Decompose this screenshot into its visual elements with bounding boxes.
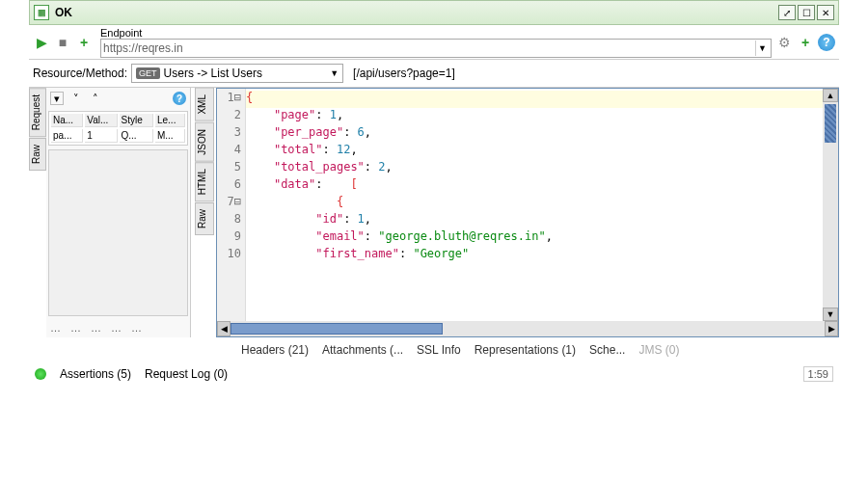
- stop-button[interactable]: ■: [54, 34, 71, 51]
- tab-raw-response[interactable]: Raw: [195, 202, 214, 235]
- window-title: OK: [55, 6, 72, 19]
- params-empty-area: [48, 149, 188, 316]
- response-vtabs: XML JSON HTML Raw: [195, 88, 214, 337]
- dots-1[interactable]: …: [50, 322, 61, 334]
- status-position-text: 1:59: [808, 368, 828, 380]
- dots-5[interactable]: …: [131, 322, 142, 334]
- params-col-level[interactable]: Le...: [155, 114, 185, 127]
- titlebar: ▦ OK ⤢ ☐ ✕: [29, 0, 839, 25]
- horizontal-scrollbar[interactable]: ◀ ▶: [217, 321, 838, 336]
- table-row[interactable]: pa... 1 Q... M...: [51, 129, 185, 143]
- tab-schema[interactable]: Sche...: [589, 343, 625, 357]
- tab-headers[interactable]: Headers (21): [241, 343, 309, 357]
- request-vtabs: Request Raw: [29, 88, 46, 337]
- tab-json[interactable]: JSON: [195, 122, 214, 162]
- close-icon[interactable]: ✕: [817, 5, 834, 20]
- params-select-icon[interactable]: ▾: [50, 92, 64, 105]
- param-style-cell[interactable]: Q...: [120, 129, 153, 143]
- add-resource-icon[interactable]: +: [797, 34, 814, 51]
- resource-label: Resource/Method:: [33, 67, 127, 80]
- params-col-style[interactable]: Style: [120, 114, 153, 127]
- chevron-down-icon: ▼: [330, 68, 339, 78]
- params-up-icon[interactable]: ˄: [89, 92, 102, 105]
- tab-xml[interactable]: XML: [195, 88, 214, 121]
- line-gutter: 1⊟234567⊟8910: [217, 89, 246, 321]
- tab-raw-request[interactable]: Raw: [29, 138, 46, 171]
- method-badge: GET: [136, 67, 160, 79]
- add-button[interactable]: +: [75, 34, 93, 51]
- params-toolbar: ▾ ˅ ˄ ?: [46, 88, 190, 109]
- main-toolbar: ▶ ■ + Endpoint ▼ ⚙ + ?: [29, 25, 839, 60]
- scroll-left-icon[interactable]: ◀: [217, 321, 231, 336]
- param-value-cell[interactable]: 1: [85, 129, 117, 143]
- resource-row: Resource/Method: GET Users -> List Users…: [29, 60, 839, 87]
- params-down-icon[interactable]: ˅: [69, 92, 83, 105]
- resource-path: [/api/users?page=1]: [353, 67, 455, 80]
- params-help-icon[interactable]: ?: [173, 92, 186, 105]
- footer-bar: Assertions (5) Request Log (0) 1:59: [29, 359, 839, 389]
- scroll-right-icon[interactable]: ▶: [825, 321, 838, 336]
- endpoint-input-wrap[interactable]: ▼: [100, 39, 772, 58]
- status-position: 1:59: [803, 366, 833, 382]
- response-code-area[interactable]: 1⊟234567⊟8910 { "page": 1, "per_page": 6…: [217, 89, 838, 321]
- scroll-thumb-h[interactable]: [231, 323, 443, 335]
- endpoint-dropdown-icon[interactable]: ▼: [755, 40, 769, 56]
- config-icon[interactable]: ⚙: [775, 34, 793, 51]
- tab-request[interactable]: Request: [29, 88, 46, 137]
- params-table[interactable]: Na... Val... Style Le... pa... 1 Q... M.…: [48, 111, 188, 146]
- params-col-name[interactable]: Na...: [51, 114, 83, 127]
- params-header-row: Na... Val... Style Le...: [51, 114, 185, 127]
- dots-2[interactable]: …: [70, 322, 81, 334]
- params-footer-dots: … … … … …: [46, 318, 190, 337]
- assertions-status-icon: [35, 368, 46, 380]
- params-pane: ▾ ˅ ˄ ? Na... Val... Style Le... pa... 1…: [46, 88, 191, 337]
- dots-3[interactable]: …: [91, 322, 101, 334]
- vertical-scrollbar[interactable]: ▲ ▼: [823, 89, 838, 321]
- tab-html[interactable]: HTML: [195, 162, 214, 201]
- param-name-cell[interactable]: pa...: [51, 129, 83, 143]
- tab-jms[interactable]: JMS (0): [638, 343, 679, 357]
- app-icon: ▦: [34, 5, 49, 20]
- endpoint-label: Endpoint: [100, 27, 772, 39]
- help-icon[interactable]: ?: [818, 34, 835, 51]
- resource-method-select[interactable]: GET Users -> List Users ▼: [131, 64, 343, 83]
- params-col-value[interactable]: Val...: [85, 114, 117, 127]
- response-bottom-tabs: Headers (21) Attachments (... SSL Info R…: [29, 337, 839, 359]
- scroll-thumb-v[interactable]: [825, 104, 836, 143]
- main-area: Request Raw ▾ ˅ ˄ ? Na... Val... Style L…: [29, 87, 839, 337]
- resource-method-text: Users -> List Users: [164, 67, 327, 80]
- restore-down-icon[interactable]: ⤢: [778, 5, 796, 20]
- tab-assertions[interactable]: Assertions (5): [60, 367, 131, 381]
- scroll-down-icon[interactable]: ▼: [823, 308, 838, 321]
- tab-representations[interactable]: Representations (1): [475, 343, 576, 357]
- maximize-icon[interactable]: ☐: [798, 5, 815, 20]
- tab-attachments[interactable]: Attachments (...: [322, 343, 403, 357]
- tab-ssl-info[interactable]: SSL Info: [417, 343, 461, 357]
- run-button[interactable]: ▶: [33, 34, 50, 51]
- response-viewer: 1⊟234567⊟8910 { "page": 1, "per_page": 6…: [216, 88, 839, 337]
- tab-request-log[interactable]: Request Log (0): [145, 367, 228, 381]
- code-content[interactable]: { "page": 1, "per_page": 6, "total": 12,…: [246, 89, 823, 321]
- endpoint-input[interactable]: [103, 41, 755, 55]
- dots-4[interactable]: …: [111, 322, 122, 334]
- param-level-cell[interactable]: M...: [155, 129, 185, 143]
- scroll-up-icon[interactable]: ▲: [823, 89, 838, 102]
